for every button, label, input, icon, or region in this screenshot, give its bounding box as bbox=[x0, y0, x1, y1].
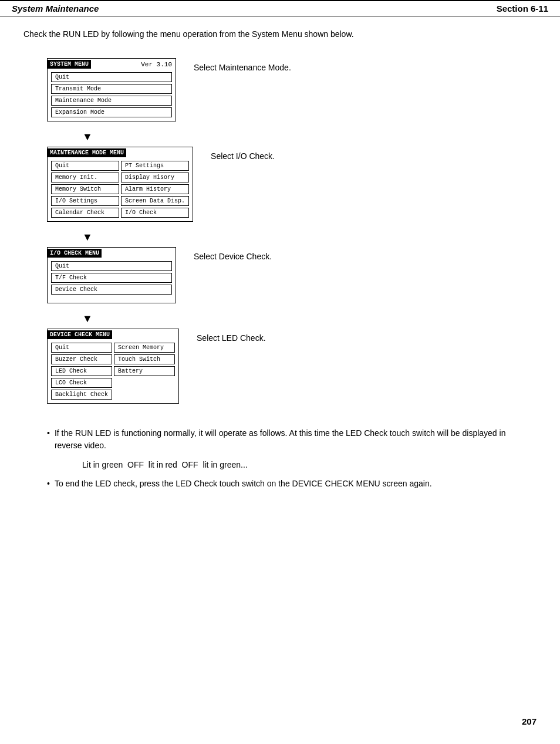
header-title-right: Section 6-11 bbox=[497, 4, 548, 13]
maintenance-menu-items: Quit PT Settings Memory Init. Display Hi… bbox=[48, 158, 193, 221]
io-check-button[interactable]: I/O Check bbox=[121, 208, 189, 218]
buzzer-check-button[interactable]: Buzzer Check bbox=[51, 354, 112, 364]
bullet-2: • bbox=[47, 478, 50, 490]
transmit-mode-button[interactable]: Transmit Mode bbox=[51, 84, 172, 94]
io-check-menu: I/O CHECK MENU Quit T/F Check Device Che… bbox=[47, 247, 176, 303]
maintenance-menu-title: MAINTENANCE MODE MENU bbox=[48, 148, 126, 157]
maintenance-menu-label: Select I/O Check. bbox=[211, 151, 275, 161]
arrow-1: ▼ bbox=[82, 131, 93, 143]
expansion-mode-button[interactable]: Expansion Mode bbox=[51, 107, 172, 117]
diagram-row-io-menu: I/O CHECK MENU Quit T/F Check Device Che… bbox=[47, 247, 272, 303]
device-check-button[interactable]: Device Check bbox=[51, 285, 172, 295]
header-title-left: System Maintenance bbox=[12, 4, 99, 13]
maintenance-menu: MAINTENANCE MODE MENU Quit PT Settings M… bbox=[47, 147, 193, 222]
device-check-menu: DEVICE CHECK MENU Quit Screen Memory Buz… bbox=[47, 329, 179, 404]
maintenance-menu-title-row: MAINTENANCE MODE MENU bbox=[48, 147, 193, 158]
io-settings-button[interactable]: I/O Settings bbox=[51, 196, 119, 206]
backlight-check-button[interactable]: Backlight Check bbox=[51, 390, 112, 400]
memory-init-button[interactable]: Memory Init. bbox=[51, 173, 119, 182]
alarm-history-button[interactable]: Alarm History bbox=[121, 184, 189, 194]
diagram-row-system-menu: SYSTEM MENU Ver 3.10 Quit Transmit Mode … bbox=[47, 58, 291, 121]
maintenance-mode-button[interactable]: Maintenance Mode bbox=[51, 96, 172, 106]
display-history-button[interactable]: Display Hisory bbox=[121, 173, 189, 182]
arrow-3: ▼ bbox=[82, 313, 93, 325]
note-1-indent: Lit in green OFF lit in red OFF lit in g… bbox=[82, 460, 513, 469]
page-number: 207 bbox=[522, 716, 537, 726]
diagram-row-maintenance-menu: MAINTENANCE MODE MENU Quit PT Settings M… bbox=[47, 147, 275, 222]
io-check-menu-title-row: I/O CHECK MENU bbox=[48, 248, 176, 259]
device-check-menu-title: DEVICE CHECK MENU bbox=[48, 330, 112, 339]
system-menu-label: Select Maintenance Mode. bbox=[194, 63, 291, 72]
system-menu-title-row: SYSTEM MENU Ver 3.10 bbox=[48, 59, 176, 70]
io-quit-button[interactable]: Quit bbox=[51, 261, 172, 271]
system-quit-button[interactable]: Quit bbox=[51, 72, 172, 82]
battery-button[interactable]: Battery bbox=[114, 366, 175, 376]
device-quit-button[interactable]: Quit bbox=[51, 343, 112, 353]
tf-check-button[interactable]: T/F Check bbox=[51, 273, 172, 283]
memory-switch-button[interactable]: Memory Switch bbox=[51, 184, 119, 194]
main-content: Check the RUN LED by following the menu … bbox=[0, 16, 560, 510]
version-text: Ver 3.10 bbox=[141, 61, 172, 68]
device-check-menu-title-row: DEVICE CHECK MENU bbox=[48, 329, 178, 340]
intro-text: Check the RUN LED by following the menu … bbox=[23, 28, 537, 40]
note-2: • To end the LED check, press the LED Ch… bbox=[47, 478, 513, 490]
arrow-2: ▼ bbox=[82, 231, 93, 244]
system-menu-title: SYSTEM MENU bbox=[48, 60, 91, 69]
device-check-menu-items: Quit Screen Memory Buzzer Check Touch Sw… bbox=[48, 340, 178, 403]
screen-data-disp-button[interactable]: Screen Data Disp. bbox=[121, 196, 189, 206]
page-header: System Maintenance Section 6-11 bbox=[0, 0, 560, 16]
system-menu: SYSTEM MENU Ver 3.10 Quit Transmit Mode … bbox=[47, 58, 176, 121]
calendar-check-button[interactable]: Calendar Check bbox=[51, 208, 119, 218]
screen-memory-button[interactable]: Screen Memory bbox=[114, 343, 175, 353]
led-check-button[interactable]: LED Check bbox=[51, 366, 112, 376]
system-menu-items: Quit Transmit Mode Maintenance Mode Expa… bbox=[48, 70, 176, 121]
footer-notes: • If the RUN LED is functioning normally… bbox=[47, 427, 513, 490]
note-1: • If the RUN LED is functioning normally… bbox=[47, 427, 513, 452]
io-check-menu-label: Select Device Check. bbox=[194, 252, 272, 261]
touch-switch-button[interactable]: Touch Switch bbox=[114, 354, 175, 364]
io-check-menu-items: Quit T/F Check Device Check bbox=[48, 259, 176, 298]
note-2-text: To end the LED check, press the LED Chec… bbox=[55, 478, 432, 490]
bullet-1: • bbox=[47, 427, 50, 452]
lco-check-button[interactable]: LCO Check bbox=[51, 378, 112, 388]
pt-settings-button[interactable]: PT Settings bbox=[121, 161, 189, 171]
device-check-menu-label: Select LED Check. bbox=[197, 333, 266, 343]
diagrams-area: SYSTEM MENU Ver 3.10 Quit Transmit Mode … bbox=[47, 58, 537, 410]
io-check-menu-title: I/O CHECK MENU bbox=[48, 249, 102, 258]
diagram-row-device-menu: DEVICE CHECK MENU Quit Screen Memory Buz… bbox=[47, 329, 266, 404]
maint-quit-button[interactable]: Quit bbox=[51, 161, 119, 171]
note-1-text: If the RUN LED is functioning normally, … bbox=[55, 427, 513, 452]
system-menu-box: SYSTEM MENU Ver 3.10 Quit Transmit Mode … bbox=[47, 58, 176, 121]
